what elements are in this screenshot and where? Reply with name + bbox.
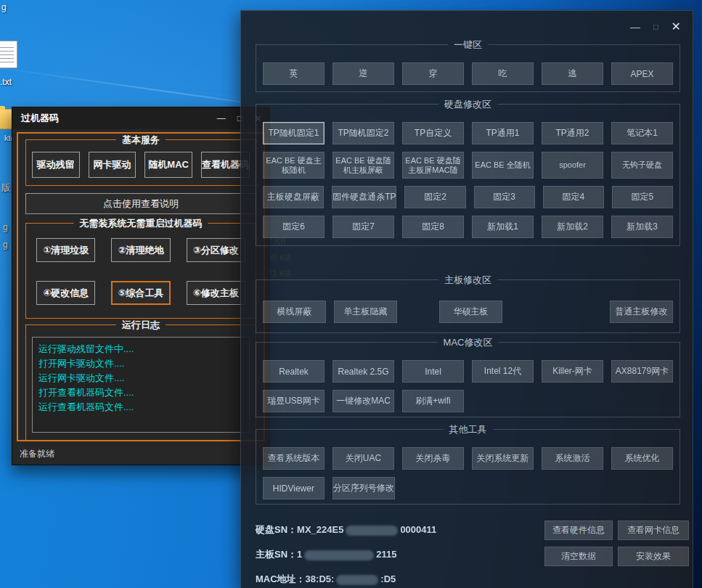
rw-button[interactable]: 固定4 xyxy=(543,186,604,208)
maximize-icon[interactable]: □ xyxy=(653,22,658,32)
rw-button[interactable]: Killer-网卡 xyxy=(542,360,603,383)
mac-address-line: MAC地址：38:D5::D5 xyxy=(256,573,396,586)
rw-button[interactable]: EAC BE 全随机 xyxy=(472,152,534,179)
rw-button[interactable]: TP随机固定1 xyxy=(263,122,325,144)
rw-button[interactable]: 关闭杀毒 xyxy=(402,447,464,470)
desktop-icon-label-fragment: g xyxy=(1,2,7,12)
redacted-smudge xyxy=(336,575,378,585)
lw-button[interactable]: 随机MAC xyxy=(144,152,192,178)
rw-button[interactable]: 分区序列号修改 xyxy=(332,477,395,499)
rw-button[interactable]: AX88179网卡 xyxy=(611,360,673,383)
desktop-icon-label-fragment: g xyxy=(3,240,8,250)
view-hardware-info-button[interactable]: 查看硬件信息 xyxy=(544,520,613,540)
section-rows: TP随机固定1TP随机固定2TP自定义TP通用1TP通用2笔记本1EAC BE … xyxy=(256,105,679,244)
rw-button[interactable]: TP通用1 xyxy=(472,122,534,144)
minimize-icon[interactable]: — xyxy=(630,22,640,32)
rw-button[interactable]: TP通用2 xyxy=(542,122,603,144)
rw-button[interactable]: 一键修改MAC xyxy=(332,390,394,412)
rw-button[interactable]: TP随机固定2 xyxy=(332,122,394,144)
rw-button[interactable]: 无钩子硬盘 xyxy=(611,152,673,179)
rw-button[interactable]: 逆 xyxy=(332,62,394,85)
rw-button[interactable]: 逃 xyxy=(542,62,603,85)
rw-button[interactable]: 横线屏蔽 xyxy=(263,301,326,323)
left-window-titlebar[interactable]: 过机器码 — □ ✕ xyxy=(12,107,269,129)
rw-button[interactable]: 新加载1 xyxy=(472,216,534,238)
mac-label: MAC地址： xyxy=(256,573,306,584)
rw-button[interactable]: 固件硬盘通杀TP xyxy=(332,186,396,208)
rw-button[interactable]: 穿 xyxy=(402,62,464,85)
rw-button[interactable]: spoofer xyxy=(542,152,603,179)
rw-button[interactable]: 固定6 xyxy=(263,216,325,238)
rw-button[interactable]: 固定5 xyxy=(612,186,673,208)
rw-button[interactable]: 普通主板修改 xyxy=(610,301,673,323)
desktop-icon-label-fragment[interactable]: .txt xyxy=(0,77,12,87)
rw-button[interactable]: 新加载2 xyxy=(542,216,603,238)
button-row: 固定6固定7固定8新加载1新加载2新加载3 xyxy=(263,216,673,238)
rw-button[interactable]: 关闭系统更新 xyxy=(472,447,534,470)
log-line: 打开查看机器码文件.... xyxy=(38,385,243,400)
lw-button[interactable]: ⑥修改主板 xyxy=(187,281,245,305)
minimize-icon[interactable]: — xyxy=(217,113,226,124)
rw-button[interactable]: Intel 12代 xyxy=(472,360,534,383)
rw-button[interactable]: 固定7 xyxy=(332,216,394,238)
section-mac-modify: MAC修改区RealtekRealtek 2.5GIntelIntel 12代K… xyxy=(256,342,680,417)
status-text: 准备就绪 xyxy=(20,448,54,460)
group-title: 运行日志 xyxy=(116,319,166,332)
log-line: 运行查看机器码文件.... xyxy=(38,400,243,415)
rw-button[interactable]: 固定2 xyxy=(404,186,465,208)
group-basic-services: 基本服务 驱动残留网卡驱动随机MAC查看机器码 xyxy=(25,139,256,186)
rw-button[interactable]: 系统优化 xyxy=(611,447,673,470)
button-row: TP随机固定1TP随机固定2TP自定义TP通用1TP通用2笔记本1 xyxy=(263,122,673,144)
install-effect-button[interactable]: 安装效果 xyxy=(618,547,689,566)
rw-button[interactable]: 单主板隐藏 xyxy=(334,301,397,323)
rw-button[interactable]: 刷满+wifi xyxy=(402,390,464,412)
rw-button[interactable]: 系统激活 xyxy=(542,447,603,470)
rw-button[interactable]: 笔记本1 xyxy=(611,122,673,144)
rw-button[interactable]: EAC BE 硬盘随机主板屏蔽 xyxy=(332,152,394,179)
text-file-icon[interactable] xyxy=(0,41,17,68)
rw-button[interactable]: 英 xyxy=(263,62,325,85)
lw-button[interactable]: 驱动残留 xyxy=(32,152,80,178)
board-sn-prefix: 1 xyxy=(297,549,302,560)
rw-button[interactable]: 固定3 xyxy=(474,186,535,208)
rw-button[interactable]: APEX xyxy=(611,62,673,85)
rw-button[interactable]: 吃 xyxy=(472,62,534,85)
rw-button[interactable]: 新加载3 xyxy=(611,216,673,238)
disk-sn-prefix: MX_224E5 xyxy=(297,524,343,535)
rw-button[interactable]: EAC BE 硬盘主板随机 xyxy=(263,152,325,179)
lw-button[interactable]: ③分区修改 xyxy=(187,238,245,262)
rw-button[interactable]: TP自定义 xyxy=(402,122,464,144)
rw-button[interactable]: EAC BE 硬盘随主板屏MAC随 xyxy=(402,152,464,179)
run-log-box[interactable]: 运行驱动残留文件中....打开网卡驱动文件....运行网卡驱动文件....打开查… xyxy=(32,337,250,433)
rw-button[interactable]: 华硕主板 xyxy=(439,301,502,323)
section-title: 主板修改区 xyxy=(438,274,497,287)
lw-button[interactable]: ⑤综合工具 xyxy=(111,281,170,305)
button-row: 横线屏蔽单主板隐藏华硕主板普通主板修改 xyxy=(263,301,673,323)
section-title: MAC修改区 xyxy=(438,336,499,349)
rw-button[interactable]: 瑞昱USB网卡 xyxy=(263,390,325,412)
rw-button[interactable]: Intel xyxy=(402,360,464,383)
rw-button[interactable]: 关闭UAC xyxy=(332,447,394,470)
section-rows: 横线屏蔽单主板隐藏华硕主板普通主板修改 xyxy=(256,280,679,329)
lw-button[interactable]: ②清理绝地 xyxy=(111,238,170,262)
disk-sn-line: 硬盘SN：MX_224E50000411 xyxy=(256,523,436,536)
lw-button[interactable]: ④硬改信息 xyxy=(36,281,95,305)
lw-button[interactable]: 网卡驱动 xyxy=(89,152,136,178)
lw-button[interactable]: ①清理垃圾 xyxy=(36,238,95,262)
redacted-smudge xyxy=(304,550,374,560)
section-other-tools: 其他工具查看系统版本关闭UAC关闭杀毒关闭系统更新系统激活系统优化HIDView… xyxy=(256,429,680,505)
rw-button[interactable]: 固定8 xyxy=(402,216,464,238)
clear-data-button[interactable]: 清空数据 xyxy=(544,547,613,566)
board-sn-label: 主板SN： xyxy=(256,549,297,560)
usage-help-button[interactable]: 点击使用查看说明 xyxy=(25,193,256,214)
rw-button[interactable]: Realtek xyxy=(263,360,325,383)
button-row: EAC BE 硬盘主板随机EAC BE 硬盘随机主板屏蔽EAC BE 硬盘随主板… xyxy=(263,152,673,179)
rw-button[interactable]: Realtek 2.5G xyxy=(332,360,394,383)
rw-button[interactable]: 查看系统版本 xyxy=(263,447,325,470)
left-window-title: 过机器码 xyxy=(12,112,217,125)
rw-button[interactable]: HIDViewer xyxy=(263,477,325,499)
rw-button[interactable]: 主板硬盘屏蔽 xyxy=(263,186,324,208)
view-nic-info-button[interactable]: 查看网卡信息 xyxy=(618,520,689,540)
button-row: 查看系统版本关闭UAC关闭杀毒关闭系统更新系统激活系统优化 xyxy=(263,447,673,470)
close-icon[interactable]: ✕ xyxy=(672,22,681,32)
